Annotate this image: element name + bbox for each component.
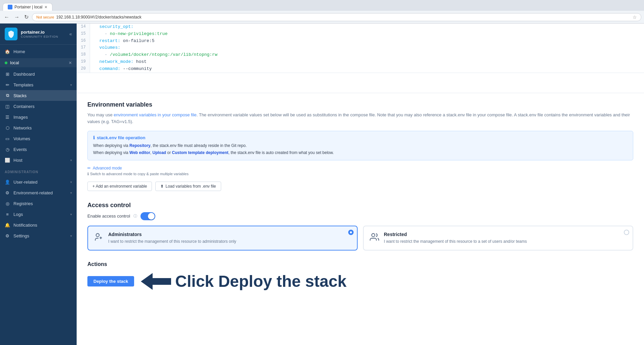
administrators-card[interactable]: Administrators I want to restrict the ma… — [87, 226, 358, 251]
containers-icon: ◫ — [5, 104, 10, 109]
env-desc-link[interactable]: environment variables in your compose fi… — [114, 112, 196, 117]
env-variables-title: Environment variables — [87, 101, 633, 108]
sidebar-item-user-related[interactable]: 👤 User-related ▾ — [0, 177, 77, 187]
address-bar-row: ← → ↻ Not secure 192.168.1.18:9000/#!/2/… — [0, 11, 644, 24]
restricted-desc: I want to restrict the management of thi… — [384, 238, 527, 244]
sidebar-stacks-label: Stacks — [13, 93, 72, 98]
sidebar-item-events[interactable]: ◷ Events — [0, 144, 77, 155]
sidebar-item-host[interactable]: ⬜ Host ▾ — [0, 155, 77, 165]
load-vars-button[interactable]: ⬆ Load variables from .env file — [155, 182, 221, 191]
logs-chevron-icon: ▾ — [70, 213, 72, 216]
actions-title: Actions — [87, 261, 633, 267]
administration-section-label: Administration — [0, 167, 77, 175]
info-box-line-2: When deploying via Web editor, Upload or… — [93, 149, 628, 156]
notifications-icon: 🔔 — [5, 222, 10, 228]
restricted-radio[interactable] — [624, 230, 629, 235]
restricted-card-text: Restricted I want to restrict the manage… — [384, 232, 527, 244]
sidebar-item-networks[interactable]: ⬡ Networks — [0, 122, 77, 133]
logo-icon — [5, 28, 17, 40]
line-num-17: 17 — [77, 44, 90, 51]
reload-button[interactable]: ↻ — [23, 13, 30, 21]
access-control-section: Access control Enable access control ⓘ — [87, 202, 633, 251]
sidebar-collapse-btn[interactable]: « — [69, 31, 72, 37]
line-content-20: command: --community — [90, 66, 644, 73]
line-num-19: 19 — [77, 59, 90, 66]
administrators-title: Administrators — [108, 232, 236, 237]
bookmark-btn[interactable]: ☆ — [633, 14, 637, 20]
sidebar-item-images[interactable]: ☰ Images — [0, 112, 77, 122]
app-layout: portainer.io COMMUNITY EDITION « 🏠 Home … — [0, 24, 644, 345]
stacks-icon: ⧉ — [5, 93, 10, 98]
sidebar-events-label: Events — [13, 147, 72, 152]
line-num-15: 15 — [77, 31, 90, 38]
dashboard-icon: ⊞ — [5, 71, 10, 77]
administrators-icon — [93, 232, 104, 242]
click-annotation: Click Deploy the stack — [141, 271, 347, 292]
forward-button[interactable]: → — [13, 13, 21, 21]
sidebar-item-registries[interactable]: ◎ Registries — [0, 198, 77, 209]
click-annotation-text: Click Deploy the stack — [175, 272, 347, 291]
page-body: Environment variables You may use enviro… — [77, 93, 644, 300]
code-line-19: 19 network_mode: host — [77, 59, 644, 66]
sidebar-item-environment-related[interactable]: ⚙ Environment-related ▾ — [0, 187, 77, 198]
sidebar-item-dashboard[interactable]: ⊞ Dashboard — [0, 69, 77, 79]
deploy-stack-button[interactable]: Deploy the stack — [87, 276, 134, 286]
sidebar: portainer.io COMMUNITY EDITION « 🏠 Home … — [0, 24, 77, 345]
environment-related-chevron-icon: ▾ — [70, 191, 72, 195]
env-header: local ✕ — [0, 58, 77, 67]
line-num-16: 16 — [77, 38, 90, 45]
active-tab[interactable]: Portainer | local ✕ — [3, 3, 52, 11]
access-control-toggle[interactable] — [140, 212, 155, 220]
env-desc-prefix: You may use — [87, 112, 114, 117]
sidebar-volumes-label: Volumes — [13, 136, 72, 141]
toggle-knob — [148, 213, 155, 220]
address-bar[interactable]: Not secure 192.168.1.18:9000/#!/2/docker… — [32, 13, 641, 21]
volumes-icon: ▭ — [5, 136, 10, 141]
add-env-var-button[interactable]: + Add an environment variable — [87, 182, 152, 191]
advanced-hint: ℹ Switch to advanced mode to copy & past… — [87, 172, 633, 176]
info-icon: ℹ — [93, 135, 95, 140]
back-button[interactable]: ← — [3, 13, 11, 21]
sidebar-settings-label: Settings — [13, 233, 67, 238]
sidebar-home-label: Home — [13, 49, 72, 54]
administrators-radio[interactable] — [348, 230, 354, 235]
env-close-btn[interactable]: ✕ — [69, 61, 72, 65]
code-line-20: 20 command: --community — [77, 66, 644, 73]
sidebar-item-home[interactable]: 🏠 Home — [0, 46, 77, 57]
sidebar-item-containers[interactable]: ◫ Containers — [0, 101, 77, 112]
tab-close-btn[interactable]: ✕ — [44, 5, 47, 9]
info-box-title: ℹ stack.env file operation — [93, 135, 628, 140]
edit-icon: ✏ — [87, 166, 91, 170]
sidebar-host-label: Host — [13, 158, 67, 163]
not-secure-indicator: Not secure — [36, 15, 54, 19]
administrators-card-text: Administrators I want to restrict the ma… — [108, 232, 236, 244]
line-num-14: 14 — [77, 24, 90, 31]
code-line-14: 14 security_opt: — [77, 24, 644, 31]
sidebar-home-section: 🏠 Home — [0, 45, 77, 58]
restricted-card[interactable]: Restricted I want to restrict the manage… — [363, 226, 633, 251]
main-content: 14 security_opt: 15 - no-new-privileges:… — [77, 24, 644, 345]
sidebar-item-volumes[interactable]: ▭ Volumes — [0, 133, 77, 144]
svg-point-0 — [96, 233, 99, 236]
sidebar-item-stacks[interactable]: ⧉ Stacks — [0, 90, 77, 101]
logo-edition: COMMUNITY EDITION — [21, 35, 58, 38]
sidebar-item-notifications[interactable]: 🔔 Notifications — [0, 220, 77, 230]
sidebar-item-templates[interactable]: ✏ Templates ▾ — [0, 79, 77, 90]
sidebar-item-logs[interactable]: ≡ Logs ▾ — [0, 209, 77, 220]
administrators-desc: I want to restrict the management of thi… — [108, 238, 236, 244]
templates-icon: ✏ — [5, 82, 10, 87]
code-line-18: 18 - /volume1/docker/ntopng:/var/lib/nto… — [77, 51, 644, 59]
line-content-16: restart: on-failure:5 — [90, 38, 644, 45]
info-box-line-1: When deploying via Repository, the stack… — [93, 142, 628, 149]
deploy-row: Deploy the stack — [87, 271, 633, 292]
images-icon: ☰ — [5, 114, 10, 120]
arrow-svg — [141, 271, 171, 292]
env-name-label: local — [10, 60, 66, 65]
sidebar-item-settings[interactable]: ⚙ Settings ▾ — [0, 230, 77, 241]
advanced-mode-toggle[interactable]: ✏ Advanced mode — [87, 166, 633, 170]
code-line-16: 16 restart: on-failure:5 — [77, 38, 644, 45]
sidebar-dashboard-label: Dashboard — [13, 72, 72, 77]
logo-text-block: portainer.io COMMUNITY EDITION — [21, 30, 58, 38]
upload-icon: ⬆ — [160, 184, 164, 189]
user-related-chevron-icon: ▾ — [70, 180, 72, 184]
